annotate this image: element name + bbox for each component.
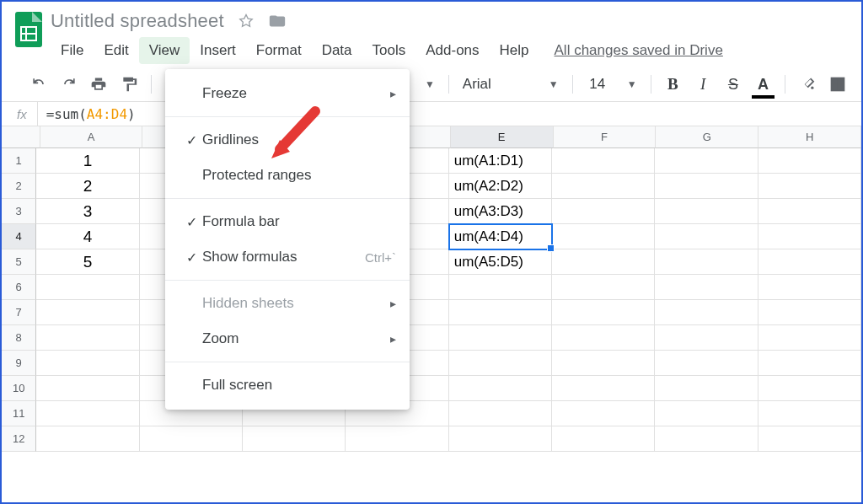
cell-F9[interactable] (552, 351, 655, 376)
cell-F5[interactable] (552, 249, 655, 275)
cell-H4[interactable] (758, 224, 861, 249)
cell-G10[interactable] (655, 376, 758, 401)
row-header[interactable]: 12 (2, 426, 36, 452)
col-header-A[interactable]: A (40, 126, 143, 148)
menu-view[interactable]: View (139, 37, 190, 64)
row-header[interactable]: 5 (2, 249, 36, 275)
select-all-corner[interactable] (2, 126, 40, 148)
cell-G3[interactable] (655, 199, 758, 224)
cell-G11[interactable] (655, 401, 758, 426)
folder-icon[interactable] (268, 12, 287, 30)
menu-file[interactable]: File (51, 37, 94, 64)
cell-A3[interactable]: 3 (36, 199, 139, 224)
cell-A1[interactable]: 1 (36, 148, 139, 174)
undo-icon[interactable] (27, 72, 51, 96)
cell-H6[interactable] (758, 275, 861, 300)
font-family-dropdown[interactable]: Arial▼ (459, 74, 562, 94)
fill-color-button[interactable] (796, 72, 819, 96)
cell-G12[interactable] (655, 426, 758, 452)
cell-H2[interactable] (758, 174, 861, 199)
view-menu-full-screen[interactable]: Full screen (165, 367, 410, 403)
col-header-E[interactable]: E (451, 126, 554, 148)
cell-F12[interactable] (552, 426, 655, 452)
cell-H3[interactable] (758, 199, 861, 224)
cell-F8[interactable] (552, 325, 655, 351)
cell-H1[interactable] (758, 148, 861, 174)
redo-icon[interactable] (57, 72, 81, 96)
cell-F10[interactable] (552, 376, 655, 401)
cell-A4[interactable]: 4 (36, 224, 139, 249)
row-header[interactable]: 4 (2, 224, 36, 249)
strikethrough-button[interactable]: S (721, 72, 745, 96)
cell-H8[interactable] (758, 325, 861, 351)
row-header[interactable]: 2 (2, 174, 36, 199)
cell-B12[interactable] (140, 426, 243, 452)
more-formats-dropdown[interactable]: ▼ (421, 77, 438, 92)
cell-C12[interactable] (243, 426, 346, 452)
cell-E5[interactable]: um(A5:D5) (449, 249, 552, 275)
cell-E8[interactable] (449, 325, 552, 351)
cell-H11[interactable] (758, 401, 861, 426)
borders-button[interactable] (826, 72, 850, 96)
cell-A9[interactable] (36, 351, 139, 376)
cell-F4[interactable] (552, 224, 655, 249)
menu-tools[interactable]: Tools (362, 37, 416, 64)
menu-data[interactable]: Data (312, 37, 362, 64)
cell-F1[interactable] (552, 148, 655, 174)
cell-G4[interactable] (655, 224, 758, 249)
menu-insert[interactable]: Insert (190, 37, 246, 64)
cell-H5[interactable] (758, 249, 861, 275)
cell-A5[interactable]: 5 (36, 249, 139, 275)
cell-A10[interactable] (36, 376, 139, 401)
cell-A11[interactable] (36, 401, 139, 426)
cell-F2[interactable] (552, 174, 655, 199)
cell-G9[interactable] (655, 351, 758, 376)
cell-E3[interactable]: um(A3:D3) (449, 199, 552, 224)
cell-A2[interactable]: 2 (36, 174, 139, 199)
cell-H12[interactable] (758, 426, 861, 452)
cell-G5[interactable] (655, 249, 758, 275)
cell-E9[interactable] (449, 351, 552, 376)
cell-H10[interactable] (758, 376, 861, 401)
row-header[interactable]: 6 (2, 275, 36, 300)
row-header[interactable]: 10 (2, 376, 36, 401)
menu-edit[interactable]: Edit (94, 37, 138, 64)
font-size-dropdown[interactable]: 14▼ (583, 74, 641, 94)
sheets-logo-icon[interactable] (12, 10, 46, 56)
cell-F7[interactable] (552, 300, 655, 325)
row-header[interactable]: 9 (2, 351, 36, 376)
document-title[interactable]: Untitled spreadsheet (51, 10, 224, 32)
view-menu-show-formulas[interactable]: ✓Show formulasCtrl+` (165, 239, 410, 275)
view-menu-formula-bar[interactable]: ✓Formula bar (165, 204, 410, 239)
row-header[interactable]: 8 (2, 325, 36, 351)
cell-G1[interactable] (655, 148, 758, 174)
cell-E10[interactable] (449, 376, 552, 401)
col-header-H[interactable]: H (758, 126, 861, 148)
cell-H9[interactable] (758, 351, 861, 376)
cell-E11[interactable] (449, 401, 552, 426)
row-header[interactable]: 7 (2, 300, 36, 325)
cell-E12[interactable] (449, 426, 552, 452)
cell-F6[interactable] (552, 275, 655, 300)
menu-help[interactable]: Help (490, 37, 539, 64)
cell-E1[interactable]: um(A1:D1) (449, 148, 552, 174)
cell-G8[interactable] (655, 325, 758, 351)
italic-button[interactable]: I (691, 72, 715, 96)
row-header[interactable]: 1 (2, 148, 36, 174)
paint-format-icon[interactable] (117, 72, 141, 96)
formula-input[interactable]: =sum(A4:D4) (38, 106, 856, 122)
view-menu-protected-ranges[interactable]: Protected ranges (165, 158, 410, 193)
view-menu-zoom[interactable]: Zoom▸ (165, 321, 410, 357)
cell-E2[interactable]: um(A2:D2) (449, 174, 552, 199)
cell-F11[interactable] (552, 401, 655, 426)
menu-format[interactable]: Format (246, 37, 312, 64)
cell-G6[interactable] (655, 275, 758, 300)
cell-E4[interactable]: um(A4:D4) (449, 224, 552, 249)
star-icon[interactable] (238, 13, 255, 29)
cell-F3[interactable] (552, 199, 655, 224)
cell-A8[interactable] (36, 325, 139, 351)
cell-A12[interactable] (36, 426, 139, 452)
cell-A7[interactable] (36, 300, 139, 325)
menu-addons[interactable]: Add-ons (415, 37, 489, 64)
row-header[interactable]: 11 (2, 401, 36, 426)
